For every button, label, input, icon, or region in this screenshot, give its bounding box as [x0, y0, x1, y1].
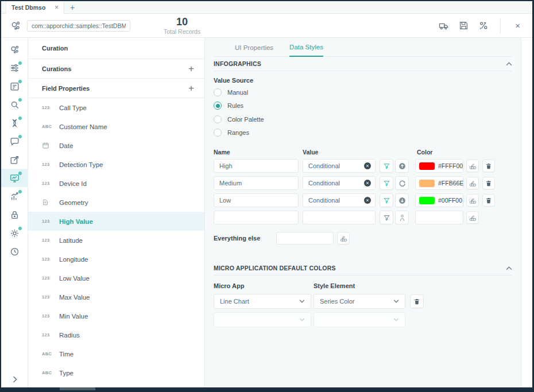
- field-item-time[interactable]: ABC Time: [28, 344, 204, 363]
- chevron-down-icon: [393, 300, 399, 303]
- save-icon[interactable]: [458, 20, 469, 31]
- value-source-label: Value Source: [214, 77, 512, 84]
- collapse-icon[interactable]: [506, 62, 512, 66]
- curations-label: Curations: [42, 65, 71, 72]
- field-item-geometry[interactable]: Geometry: [28, 193, 204, 212]
- field-item-max-value[interactable]: 123 Max Value: [28, 288, 204, 306]
- sidebar-item-data-model[interactable]: [1, 40, 28, 59]
- tab-title: Test Dbmso: [11, 4, 45, 11]
- color-hex: #FFFF00: [438, 162, 463, 169]
- document-icon: [42, 199, 59, 206]
- sidebar-item-micro-apps[interactable]: [1, 169, 28, 187]
- rule-value-field[interactable]: Conditional ×: [303, 176, 376, 190]
- delete-button[interactable]: [482, 160, 495, 172]
- trash-icon: [485, 180, 492, 187]
- clear-value-icon[interactable]: ×: [364, 162, 371, 169]
- radio-ranges[interactable]: Ranges: [214, 126, 512, 140]
- rule-name-input[interactable]: [214, 176, 299, 190]
- sidebar-item-comments[interactable]: [1, 132, 28, 150]
- add-field-property-button[interactable]: +: [188, 83, 194, 93]
- scrollbar-track[interactable]: [521, 38, 532, 387]
- color-field[interactable]: #FFFF00: [415, 159, 463, 173]
- sidebar-item-filters[interactable]: [1, 59, 28, 77]
- micro-app-select[interactable]: [214, 312, 311, 327]
- rule-name-input[interactable]: [214, 193, 299, 207]
- sidebar-item-settings[interactable]: [1, 224, 28, 242]
- delete-button[interactable]: [482, 177, 495, 189]
- color-picker-button[interactable]: [466, 160, 479, 172]
- rule-value-field[interactable]: Conditional ×: [303, 159, 376, 173]
- clear-value-icon[interactable]: ×: [364, 197, 371, 204]
- filter-button[interactable]: [380, 159, 393, 173]
- field-item-longitude[interactable]: 123 Longitude: [28, 250, 204, 269]
- radio-icon[interactable]: [214, 129, 222, 137]
- micro-app-select[interactable]: Line Chart: [214, 294, 311, 309]
- field-item-type[interactable]: ABC Type: [28, 363, 204, 382]
- filter-button[interactable]: [380, 211, 393, 224]
- rule-value-field[interactable]: Conditional ×: [303, 193, 376, 207]
- rule-direction-button[interactable]: [395, 159, 409, 173]
- style-element-select[interactable]: [314, 312, 405, 327]
- clear-value-icon[interactable]: ×: [364, 180, 371, 187]
- radio-icon[interactable]: [214, 115, 222, 123]
- sidebar-expand-button[interactable]: [1, 376, 28, 383]
- color-picker-button[interactable]: [466, 177, 479, 189]
- tab-ui-properties[interactable]: UI Properties: [235, 44, 273, 56]
- field-item-call-type[interactable]: 123 Call Type: [28, 98, 204, 117]
- tab-close-icon[interactable]: ×: [55, 4, 59, 11]
- new-tab-button[interactable]: +: [64, 1, 80, 13]
- field-item-date[interactable]: Date: [28, 136, 204, 155]
- style-element-select[interactable]: Series Color: [314, 294, 405, 309]
- radio-color-palette[interactable]: Color Palette: [214, 112, 512, 126]
- radio-icon[interactable]: [214, 88, 222, 96]
- color-field[interactable]: [415, 211, 463, 224]
- color-picker-button[interactable]: [466, 194, 479, 207]
- export-truck-icon[interactable]: [438, 20, 450, 32]
- sidebar-item-security[interactable]: [1, 205, 28, 224]
- color-swatch: [419, 197, 435, 204]
- field-item-radius[interactable]: 123 Radius: [28, 325, 204, 344]
- sidebar-item-history[interactable]: [1, 242, 28, 261]
- field-item-low-value[interactable]: 123 Low Value: [28, 269, 204, 288]
- sidebar-item-analytics[interactable]: [1, 187, 28, 205]
- tab-data-styles[interactable]: Data Styles: [289, 44, 323, 57]
- delete-button[interactable]: [410, 294, 424, 308]
- numeric-type-badge: 123: [42, 105, 59, 110]
- everything-else-color-input[interactable]: [276, 232, 334, 244]
- collapse-icon[interactable]: [506, 266, 512, 270]
- field-item-high-value[interactable]: 123 High Value: [28, 212, 204, 231]
- rule-value-field[interactable]: [303, 211, 376, 224]
- icon-sidebar: [1, 38, 28, 387]
- rule-name-input[interactable]: [214, 159, 299, 173]
- color-field[interactable]: #00FF00: [415, 193, 463, 207]
- rule-direction-button[interactable]: [395, 176, 409, 190]
- sidebar-item-edit[interactable]: [1, 150, 28, 169]
- field-item-latitude[interactable]: 123 Latitude: [28, 231, 204, 250]
- rule-direction-button[interactable]: [395, 193, 409, 207]
- dataset-id-input[interactable]: [27, 20, 130, 32]
- close-icon[interactable]: ×: [512, 21, 524, 30]
- delete-button[interactable]: [482, 194, 495, 207]
- workflow-icon[interactable]: [478, 20, 489, 32]
- radio-manual[interactable]: Manual: [214, 86, 512, 99]
- rotate-icon: [398, 179, 407, 188]
- radio-rules[interactable]: Rules: [214, 99, 512, 113]
- sidebar-item-dna[interactable]: [1, 114, 28, 132]
- tab-test-dbmso[interactable]: Test Dbmso ×: [6, 1, 64, 14]
- add-curation-button[interactable]: +: [188, 64, 194, 73]
- color-field[interactable]: #FFB66E: [415, 176, 463, 190]
- filter-button[interactable]: [380, 176, 393, 190]
- radio-selected-icon[interactable]: [214, 102, 222, 110]
- rule-direction-button[interactable]: [395, 211, 409, 224]
- sidebar-item-form[interactable]: [1, 77, 28, 95]
- filter-button[interactable]: [380, 193, 393, 207]
- rule-name-input[interactable]: [214, 211, 299, 224]
- field-item-device-id[interactable]: 123 Device Id: [28, 174, 204, 193]
- color-picker-button[interactable]: [337, 232, 350, 244]
- color-picker-button[interactable]: [466, 211, 479, 224]
- field-item-detection-type[interactable]: 123 Detection Type: [28, 155, 204, 174]
- field-item-min-value[interactable]: 123 Min Value: [28, 306, 204, 325]
- sidebar-item-search[interactable]: [1, 95, 28, 114]
- field-item-customer-name[interactable]: ABC Customer Name: [28, 117, 204, 136]
- horizontal-scrollbar-thumb[interactable]: [60, 387, 95, 390]
